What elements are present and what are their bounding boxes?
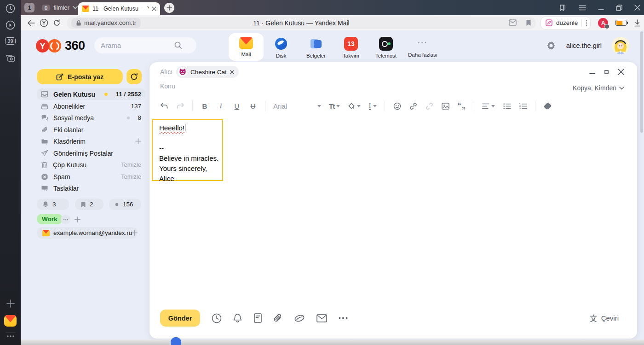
subject-input[interactable]: [160, 82, 482, 90]
empty-trash-action[interactable]: Temizle: [121, 161, 141, 168]
rail-more-button[interactable]: [0, 335, 21, 337]
more-options-button[interactable]: [339, 317, 348, 319]
attach-from-mail-button[interactable]: [316, 314, 327, 322]
yandex360-logo[interactable]: Y 360: [36, 39, 85, 53]
history-button[interactable]: [0, 4, 21, 13]
numbered-list-button[interactable]: [519, 103, 527, 109]
downloads-button[interactable]: [634, 19, 641, 27]
tabs-count-button[interactable]: 39: [0, 37, 21, 45]
add-folder-icon[interactable]: [135, 138, 141, 144]
label-work[interactable]: Work: [37, 214, 63, 224]
empty-spam-action[interactable]: Temizle: [121, 173, 141, 180]
underline-button[interactable]: U: [233, 102, 241, 110]
insert-image-button[interactable]: [441, 103, 449, 110]
collections-icon[interactable]: [558, 4, 567, 12]
tab-groups-button[interactable]: 1: [24, 3, 34, 12]
label-more-button[interactable]: [61, 215, 70, 224]
protect-button[interactable]: [37, 18, 50, 27]
search-bar[interactable]: [94, 37, 196, 53]
message-body[interactable]: Heeello! -- Believe in miracles. Yours s…: [159, 123, 218, 184]
refresh-button[interactable]: [126, 69, 142, 84]
bookmarks-counter[interactable]: 2: [75, 199, 104, 210]
service-telemost[interactable]: Telemost: [368, 33, 403, 62]
edit-button[interactable]: düzenle: [540, 17, 591, 29]
expand-compose-icon[interactable]: [604, 70, 609, 74]
service-more[interactable]: ··· Daha fazlası: [403, 33, 442, 61]
sidebar-item-trash[interactable]: Çöp Kutusu Temizle: [37, 159, 145, 170]
sidebar-item-inbox[interactable]: Gelen Kutusu 11 / 2552: [37, 88, 145, 100]
clear-formatting-button[interactable]: [543, 103, 552, 110]
sidebar-item-subscriptions[interactable]: Abonelikler 137: [37, 100, 145, 112]
strikethrough-button[interactable]: U: [249, 102, 257, 110]
restore-window-icon[interactable]: [616, 5, 622, 11]
cc-bcc-toggle[interactable]: Kopya, Kimden: [573, 84, 624, 92]
italic-button[interactable]: I: [217, 102, 225, 110]
add-account-icon[interactable]: [132, 230, 138, 236]
font-family-select[interactable]: Arial: [273, 102, 321, 110]
close-compose-icon[interactable]: [618, 69, 624, 75]
template-button[interactable]: [253, 313, 262, 323]
video-button[interactable]: [0, 20, 21, 30]
minimize-compose-icon[interactable]: [589, 69, 595, 75]
settings-gear-icon[interactable]: [546, 41, 556, 51]
user-avatar[interactable]: [612, 37, 629, 54]
sidebar-item-folders[interactable]: Klasörlerim: [37, 135, 145, 147]
battery-saver-icon[interactable]: [615, 20, 627, 26]
mail-notify-icon[interactable]: [509, 19, 517, 26]
translate-button[interactable]: Çeviri: [589, 314, 619, 322]
account-switcher[interactable]: example.woman@yandex.ru: [37, 227, 138, 239]
sidebar-item-attachments[interactable]: Eki olanlar: [37, 124, 145, 135]
username[interactable]: alice.the.girl: [566, 42, 602, 49]
yandex-mail-app-button[interactable]: [0, 315, 21, 327]
undo-button[interactable]: [160, 103, 168, 109]
service-mail[interactable]: Mail: [229, 33, 264, 61]
schedule-send-button[interactable]: [212, 313, 222, 323]
extension-icon[interactable]: A: [598, 18, 608, 28]
kebab-menu-icon[interactable]: [586, 20, 587, 26]
menu-icon[interactable]: [579, 5, 586, 11]
redo-button[interactable]: [176, 103, 184, 109]
new-tab-button[interactable]: [164, 3, 174, 13]
emoji-button[interactable]: [393, 102, 401, 110]
page-scrollbar[interactable]: [640, 31, 643, 133]
bookmark-icon[interactable]: [526, 19, 531, 26]
align-button[interactable]: [482, 103, 495, 109]
address-bar[interactable]: 11 · Gelen Kutusu — Yandex Mail mail.yan…: [67, 17, 536, 29]
blockquote-button[interactable]: “„: [457, 101, 466, 111]
add-label-icon[interactable]: [75, 216, 80, 222]
bullet-list-button[interactable]: [503, 103, 511, 109]
reload-button[interactable]: [50, 19, 63, 27]
service-belgeler[interactable]: Belgeler: [299, 33, 334, 62]
search-icon[interactable]: [174, 41, 182, 49]
sidebar-item-social[interactable]: Sosyal medya 8: [37, 112, 145, 123]
remove-recipient-icon[interactable]: [230, 70, 234, 74]
rail-add-button[interactable]: [0, 299, 21, 308]
tab-close-icon[interactable]: [152, 6, 156, 11]
close-window-icon[interactable]: [634, 5, 640, 11]
sidebar-item-sent[interactable]: Gönderilmiş Postalar: [37, 147, 145, 159]
recipient-chip[interactable]: Cheshire Cat: [176, 66, 239, 78]
back-button[interactable]: [24, 20, 37, 26]
active-tab[interactable]: 11 · Gelen Kutusu — Yan: [78, 2, 160, 15]
text-color-button[interactable]: I: [368, 102, 377, 110]
screenshot-button[interactable]: [0, 54, 21, 62]
font-size-button[interactable]: Tt: [329, 102, 340, 110]
compose-email-button[interactable]: E-posta yaz: [37, 69, 123, 84]
service-takvim[interactable]: 13 Takvim: [334, 33, 368, 62]
service-disk[interactable]: Disk: [264, 33, 299, 62]
bold-button[interactable]: B: [201, 102, 209, 110]
attach-file-button[interactable]: [273, 313, 282, 323]
minimize-window-icon[interactable]: [598, 5, 604, 11]
remove-link-button[interactable]: [425, 102, 433, 110]
search-input[interactable]: [101, 41, 174, 49]
reminders-counter[interactable]: 3: [37, 199, 69, 210]
attach-from-disk-button[interactable]: [294, 314, 305, 323]
send-button[interactable]: Gönder: [160, 310, 200, 327]
highlight-color-button[interactable]: [348, 102, 361, 110]
notify-reminder-button[interactable]: [233, 313, 242, 323]
unread-counter[interactable]: 156: [109, 199, 141, 210]
sidebar-item-drafts[interactable]: Taslaklar: [37, 182, 145, 194]
site-security-chip[interactable]: mail.yandex.com.tr: [71, 18, 141, 28]
insert-link-button[interactable]: [409, 102, 417, 110]
tab-group-filmler[interactable]: 0 filmler: [38, 2, 81, 13]
